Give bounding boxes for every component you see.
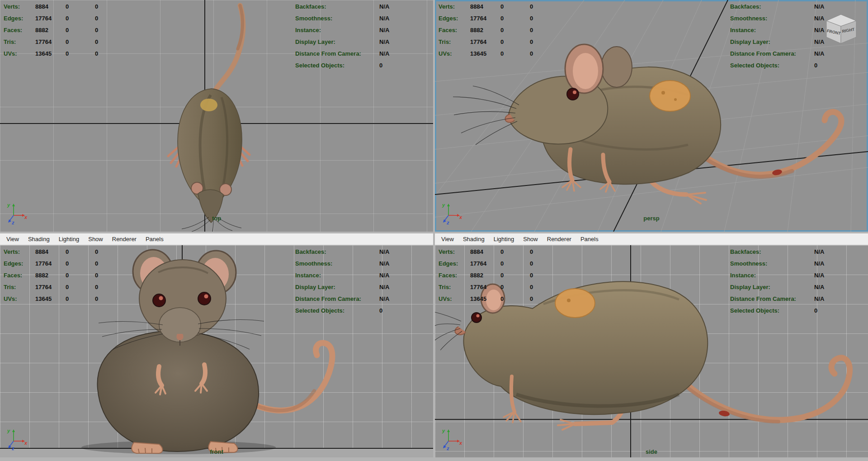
viewport-label-side: side [435,448,868,455]
menu-lighting[interactable]: Lighting [489,236,519,242]
hud-stat-value: 0 [95,3,124,10]
hud-info-row: Distance From Camera:N/A [295,48,389,59]
svg-text:x: x [24,214,28,220]
viewport-persp[interactable]: Verts:888400Edges:1776400Faces:888200Tri… [435,0,868,232]
hud-info-label: Display Layer: [295,38,379,45]
hud-stat-label: Verts: [439,3,466,10]
hud-stat-value: 17764 [35,284,66,290]
hud-info-value: N/A [379,50,389,57]
hud-stat-label: UVs: [4,295,31,302]
hud-stat-value: 13645 [470,295,500,302]
hud-stat-row: Faces:888200 [439,24,559,36]
hud-stat-label: UVs: [4,50,31,57]
hud-info-row: Display Layer:N/A [730,36,824,48]
hud-stat-row: Verts:888400 [4,246,124,257]
menu-lighting[interactable]: Lighting [54,236,84,242]
menu-shading[interactable]: Shading [24,236,54,242]
svg-text:y: y [442,202,445,208]
menu-panels[interactable]: Panels [576,236,603,242]
hud-stat-value: 0 [500,295,530,302]
menu-renderer[interactable]: Renderer [108,236,141,242]
axis-gizmo: y x z [440,201,463,225]
hud-stat-value: 0 [500,260,530,267]
hud-info-label: Instance: [730,272,814,279]
hud-info-value: N/A [379,260,389,267]
panel-front: ViewShadingLightingShowRendererPanels [0,233,433,457]
hud-stat-value: 0 [66,260,95,267]
hud-stat-row: Edges:1776400 [439,12,559,24]
hud-info-value: N/A [379,248,389,255]
menu-renderer[interactable]: Renderer [542,236,576,242]
viewport-label-top: top [0,215,433,222]
hud-stat-value: 0 [66,27,95,33]
viewport-side[interactable]: Verts:888400Edges:1776400Faces:888200Tri… [435,245,868,457]
viewport-front[interactable]: Verts:888400Edges:1776400Faces:888200Tri… [0,245,433,457]
hud-stat-value: 0 [530,3,559,10]
hud-stat-value: 0 [95,260,124,267]
hud-stat-value: 17764 [35,260,66,267]
hud-stat-value: 0 [530,50,559,57]
hud-info-value: N/A [379,3,389,10]
menu-shading[interactable]: Shading [458,236,489,242]
menu-view[interactable]: View [2,236,24,242]
hud-stat-value: 8882 [35,272,66,279]
hud-stat-value: 0 [530,272,559,279]
hud-info-row: Backfaces:N/A [295,0,389,12]
hud-info-row: Selected Objects:0 [730,59,824,71]
hud-stat-label: Tris: [439,38,466,45]
svg-text:z: z [11,220,14,225]
viewport-top[interactable]: Verts:888400Edges:1776400Faces:888200Tri… [0,0,433,232]
hud-stat-value: 0 [66,248,95,255]
hud-info-value: N/A [379,295,389,302]
axis-gizmo: y x z [5,201,28,225]
menu-show[interactable]: Show [519,236,542,242]
hud-stat-value: 8884 [35,3,66,10]
hud-info-value: N/A [814,260,824,267]
svg-text:x: x [459,214,462,220]
hud-info-row: Distance From Camera:N/A [295,293,389,304]
hud-stat-value: 0 [66,284,95,290]
menu-view[interactable]: View [437,236,458,242]
menu-show[interactable]: Show [84,236,108,242]
hud-object-info: Backfaces:N/ASmoothness:N/AInstance:N/AD… [295,246,389,316]
hud-info-label: Selected Objects: [730,307,814,314]
hud-stat-row: UVs:1364500 [439,48,559,59]
hud-stat-value: 0 [500,272,530,279]
hud-stat-label: Faces: [4,27,31,33]
hud-stat-label: Edges: [4,260,31,267]
menu-panels[interactable]: Panels [141,236,168,242]
hud-poly-counts: Verts:888400Edges:1776400Faces:888200Tri… [439,0,559,59]
axis-gizmo: y x z [440,427,463,451]
hud-stat-row: Faces:888200 [439,269,559,281]
hud-info-label: Instance: [295,272,379,279]
hud-info-value: N/A [814,50,824,57]
hud-stat-value: 0 [66,272,95,279]
hud-info-row: Display Layer:N/A [295,36,389,48]
hud-info-row: Backfaces:N/A [730,246,824,257]
view-cube[interactable]: FRONT RIGHT [820,11,862,47]
viewport-label-persp: persp [435,215,868,222]
hud-info-label: Display Layer: [295,284,379,290]
hud-stat-value: 17764 [35,15,66,22]
hud-info-row: Display Layer:N/A [730,281,824,293]
hud-info-label: Distance From Camera: [295,295,379,302]
hud-stat-value: 0 [66,15,95,22]
panel-menubar-front: ViewShadingLightingShowRendererPanels [0,233,433,245]
hud-info-row: Instance:N/A [730,269,824,281]
hud-stat-value: 17764 [35,38,66,45]
hud-stat-label: UVs: [439,50,466,57]
hud-stat-value: 0 [66,295,95,302]
hud-stat-value: 0 [500,38,530,45]
hud-stat-row: UVs:1364500 [4,293,124,304]
hud-stat-label: Edges: [4,15,31,22]
hud-info-row: Instance:N/A [295,24,389,36]
hud-stat-value: 13645 [35,295,66,302]
hud-stat-label: Faces: [4,272,31,279]
hud-stat-label: Verts: [4,3,31,10]
hud-info-row: Smoothness:N/A [730,12,824,24]
hud-info-value: N/A [814,3,824,10]
axis-gizmo: y x z [5,427,28,451]
hud-info-row: Selected Objects:0 [295,59,389,71]
hud-poly-counts: Verts:888400Edges:1776400Faces:888200Tri… [439,246,559,304]
hud-info-value: N/A [814,295,824,302]
